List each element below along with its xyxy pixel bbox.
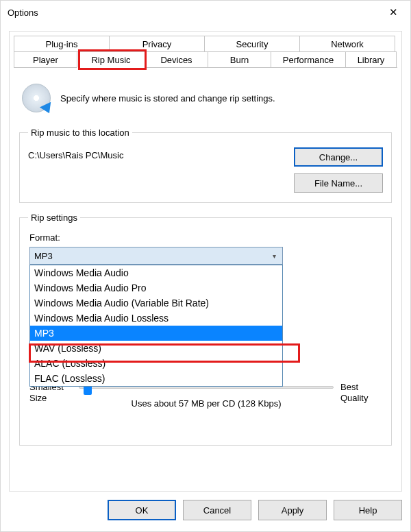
- change-button[interactable]: Change...: [294, 147, 383, 167]
- rip-settings-legend: Rip settings: [28, 213, 80, 223]
- rip-location-legend: Rip music to this location: [28, 128, 132, 138]
- tab-security[interactable]: Security: [204, 36, 300, 52]
- cd-rip-icon: [22, 84, 51, 112]
- format-combo-value: MP3: [34, 251, 53, 261]
- aq-best-label: Best Quality: [340, 382, 383, 403]
- titlebar[interactable]: Options ✕: [1, 1, 410, 24]
- tab-rip-music[interactable]: Rip Music: [77, 51, 145, 68]
- cancel-button[interactable]: Cancel: [183, 500, 251, 520]
- tab-burn[interactable]: Burn: [208, 51, 271, 68]
- format-option[interactable]: Windows Media Audio Pro: [30, 280, 282, 295]
- file-name-button[interactable]: File Name...: [294, 173, 383, 193]
- format-option[interactable]: WAV (Lossless): [30, 341, 282, 356]
- panel-description: Specify where music is stored and change…: [60, 93, 275, 104]
- help-button[interactable]: Help: [334, 500, 402, 520]
- close-icon[interactable]: ✕: [380, 2, 406, 23]
- window-title: Options: [8, 8, 380, 18]
- format-option[interactable]: Windows Media Audio Lossless: [30, 311, 282, 326]
- tab-plugins[interactable]: Plug-ins: [14, 36, 110, 52]
- tab-privacy[interactable]: Privacy: [109, 36, 205, 52]
- format-option[interactable]: Windows Media Audio (Variable Bit Rate): [30, 295, 282, 311]
- format-option[interactable]: FLAC (Lossless): [30, 371, 282, 386]
- dialog-content: Plug-ins Privacy Security Network Player…: [9, 31, 402, 492]
- tab-library[interactable]: Library: [345, 51, 397, 68]
- format-combo-list: Windows Media Audio Windows Media Audio …: [29, 265, 283, 387]
- rip-location-group: Rip music to this location C:\Users\Rais…: [19, 128, 392, 203]
- ok-button[interactable]: OK: [108, 500, 176, 520]
- format-combo-display[interactable]: MP3 ▾: [29, 247, 283, 265]
- audio-quality-caption: Uses about 57 MB per CD (128 Kbps): [79, 398, 334, 409]
- tab-devices[interactable]: Devices: [145, 51, 208, 68]
- options-dialog: Options ✕ Plug-ins Privacy Security Netw…: [0, 0, 411, 532]
- format-option-selected[interactable]: MP3: [30, 326, 282, 341]
- tab-network[interactable]: Network: [299, 36, 395, 52]
- rip-settings-group: Rip settings Format: MP3 ▾ Windows Media…: [19, 213, 392, 446]
- tab-bar: Plug-ins Privacy Security Network Player…: [14, 36, 397, 69]
- tab-performance[interactable]: Performance: [271, 51, 346, 68]
- dialog-buttons: OK Cancel Apply Help: [9, 500, 402, 523]
- tab-player[interactable]: Player: [14, 51, 77, 68]
- format-label: Format:: [29, 232, 383, 243]
- chevron-down-icon[interactable]: ▾: [266, 248, 282, 263]
- rip-location-path: C:\Users\Rais PC\Music: [28, 147, 294, 160]
- format-option[interactable]: ALAC (Lossless): [30, 356, 282, 371]
- apply-button[interactable]: Apply: [258, 500, 327, 520]
- format-option[interactable]: Windows Media Audio: [30, 265, 282, 280]
- rip-music-panel: Specify where music is stored and change…: [10, 69, 401, 465]
- format-combo[interactable]: MP3 ▾ Windows Media Audio Windows Media …: [29, 247, 283, 265]
